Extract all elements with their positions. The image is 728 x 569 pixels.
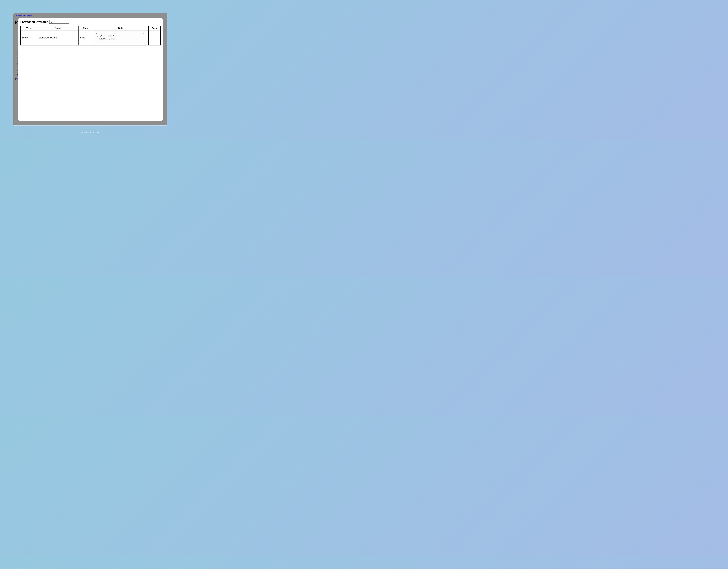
list-item: 1 xyxy=(17,49,18,52)
copy-button[interactable]: copy xyxy=(141,32,146,34)
background-nav: CharactersEpisodes xyxy=(15,15,32,17)
nav-link-characters[interactable]: Characters xyxy=(15,15,24,17)
browser-window-frame: CharactersEpisodes M 1 1 1 1 1 1 1 1 1 1… xyxy=(13,13,167,126)
cell-error xyxy=(149,30,160,45)
list-item: 1 xyxy=(17,59,18,62)
chevron-right-icon[interactable] xyxy=(97,38,98,40)
json-info-line[interactable]: info: { ··· }, xyxy=(96,35,146,38)
col-type: Type xyxy=(21,26,37,30)
chevron-right-icon[interactable] xyxy=(97,36,98,37)
json-results-line[interactable]: results: [ ··· ] xyxy=(96,38,146,40)
col-name: Name xyxy=(37,26,79,30)
list-item: 1 xyxy=(17,57,18,59)
list-item: 1 xyxy=(17,62,18,64)
devtools-header: Farfetched DevTools all xyxy=(20,20,161,24)
devtools-table-container: Type Name Status Data Error query allCha… xyxy=(20,26,161,45)
list-item: 1 xyxy=(17,69,18,71)
json-close-brace: } xyxy=(96,40,146,43)
devtools-table: Type Name Status Data Error query allCha… xyxy=(21,26,160,45)
cell-type: query xyxy=(21,30,37,45)
devtools-panel: Farfetched DevTools all Type Name Status… xyxy=(18,18,163,121)
nav-link-episodes[interactable]: Episodes xyxy=(24,15,32,17)
background-list: 1 1 1 1 1 1 1 1 1 1 2 xyxy=(17,49,18,76)
watermark: Captured with Arc xyxy=(81,131,99,133)
table-row: query allCharactersQuery done copy { inf… xyxy=(21,30,160,45)
col-error: Error xyxy=(149,26,160,30)
table-header-row: Type Name Status Data Error xyxy=(21,26,160,30)
list-item: 1 xyxy=(17,52,18,54)
ellipsis-icon[interactable]: ··· xyxy=(108,35,112,37)
list-item: 1 xyxy=(17,71,18,74)
page-link-2[interactable]: 2 xyxy=(16,78,17,80)
json-open-brace[interactable]: { xyxy=(96,32,146,35)
json-viewer: copy { info: { ··· }, results: [ ··· ] } xyxy=(94,31,147,44)
resize-handle-icon[interactable] xyxy=(160,118,162,120)
cell-name: allCharactersQuery xyxy=(37,30,79,45)
filter-select[interactable]: all xyxy=(49,20,69,24)
list-item: 2 xyxy=(17,74,18,76)
chevron-down-icon[interactable] xyxy=(96,33,97,34)
list-item: 1 xyxy=(17,64,18,66)
col-data: Data xyxy=(93,26,148,30)
watermark-text: Captured with Arc xyxy=(84,131,99,133)
cell-data: copy { info: { ··· }, results: [ ··· ] } xyxy=(93,30,148,45)
col-status: Status xyxy=(79,26,93,30)
arc-logo-icon xyxy=(81,131,84,133)
ellipsis-icon[interactable]: ··· xyxy=(111,38,115,40)
list-item: 1 xyxy=(17,54,18,57)
background-pagination: 123 xyxy=(15,78,18,80)
devtools-title: Farfetched DevTools xyxy=(20,20,48,24)
list-item: 1 xyxy=(17,66,18,69)
page-current: 1 xyxy=(15,78,16,80)
cell-status: done xyxy=(79,30,93,45)
